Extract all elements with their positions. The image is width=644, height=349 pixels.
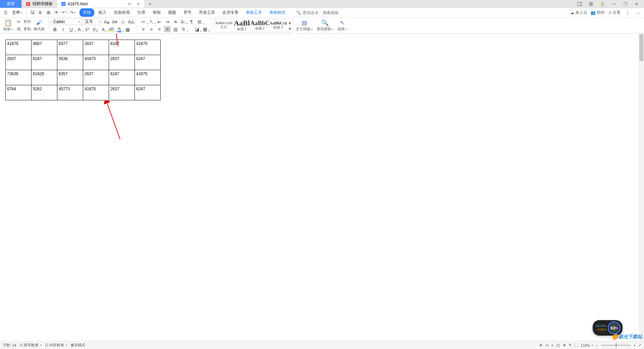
- fullscreen-icon[interactable]: ⤢: [638, 343, 641, 347]
- table-cell[interactable]: 2637: [83, 40, 109, 55]
- sort-button[interactable]: ✕̵: [172, 19, 179, 25]
- style-normal[interactable]: AaBbCcDd正文: [215, 19, 232, 32]
- align-right-button[interactable]: ≡: [156, 26, 163, 32]
- bold-button[interactable]: B: [52, 27, 58, 33]
- zoom-in-button[interactable]: +: [634, 343, 636, 347]
- font-color-button[interactable]: A: [116, 27, 123, 33]
- table-cell[interactable]: 45773: [57, 85, 83, 100]
- paste-button[interactable]: 📋粘贴: [2, 19, 14, 32]
- line-spacing-button[interactable]: ⇅: [180, 26, 187, 32]
- draft-view-icon[interactable]: ✎: [569, 343, 572, 347]
- copy-button[interactable]: ⧉: [15, 26, 22, 32]
- ribbon-tab-references[interactable]: 引用: [134, 8, 149, 17]
- tab-template[interactable]: 找稻壳模板: [22, 0, 57, 8]
- zoom-out-button[interactable]: −: [596, 343, 598, 347]
- scrollbar-thumb[interactable]: [639, 34, 643, 61]
- table-cell[interactable]: 6247: [109, 70, 135, 85]
- web-view-icon[interactable]: ⊕: [563, 343, 566, 347]
- new-tab-button[interactable]: +: [145, 0, 155, 8]
- table-cell[interactable]: 62426: [32, 70, 57, 85]
- ribbon-tab-table-style[interactable]: 表格样式: [266, 8, 289, 17]
- align-center-button[interactable]: ≡: [148, 26, 155, 32]
- table-cell[interactable]: 6247: [135, 85, 161, 100]
- zoom-level[interactable]: 110%: [581, 343, 593, 347]
- ribbon-tab-start[interactable]: 开始: [79, 8, 94, 17]
- minimize-button[interactable]: —: [610, 0, 618, 8]
- command-search-input[interactable]: [303, 10, 356, 15]
- reading-view-icon[interactable]: ▯▯: [556, 343, 560, 347]
- borders-button[interactable]: ▦: [202, 26, 208, 32]
- table-cell[interactable]: 73636: [6, 70, 32, 85]
- table-cell[interactable]: 5536: [57, 55, 83, 70]
- ribbon-tab-view[interactable]: 视图: [165, 8, 179, 17]
- close-button[interactable]: ✕: [633, 0, 641, 8]
- decrease-font-icon[interactable]: A▾: [111, 19, 118, 25]
- style-gallery-more[interactable]: ▴▾⋯: [287, 19, 292, 32]
- table-cell[interactable]: 2637: [6, 55, 32, 70]
- text-layout-button[interactable]: ▤文字排版: [294, 19, 314, 32]
- font-size-select[interactable]: 五号▾: [83, 18, 102, 25]
- table-row[interactable]: 41875 4667 6377 2637 6247 41875: [6, 40, 161, 55]
- hamburger-icon[interactable]: ☰: [2, 9, 9, 16]
- data-table[interactable]: 41875 4667 6377 2637 6247 41875 2637 624…: [5, 40, 161, 100]
- increase-indent-button[interactable]: ⇥: [164, 19, 171, 25]
- highlight-button[interactable]: ab: [108, 27, 115, 33]
- style-heading2[interactable]: AaBbC标题 2: [251, 19, 269, 32]
- shading-button[interactable]: ◪: [194, 26, 200, 32]
- maximize-button[interactable]: ❐: [621, 0, 629, 8]
- select-button[interactable]: ↖选择: [336, 19, 348, 32]
- reader-mode-icon[interactable]: [576, 0, 584, 8]
- cut-button[interactable]: ✂: [15, 19, 22, 25]
- numbering-button[interactable]: ⒈: [148, 19, 155, 25]
- table-cell[interactable]: 2637: [109, 85, 135, 100]
- save-icon[interactable]: 🖫: [29, 9, 36, 16]
- word-count[interactable]: 字数: 24: [3, 343, 16, 348]
- outline-view-icon[interactable]: ≡: [551, 343, 553, 347]
- strikethrough-button[interactable]: A̶: [76, 27, 83, 33]
- align-justify-button[interactable]: ≡: [164, 26, 171, 32]
- distribute-button[interactable]: ▥: [172, 26, 179, 32]
- command-search[interactable]: 🔍: [296, 10, 356, 15]
- tab-document[interactable]: W 41875.html ⟳ ✕: [57, 0, 145, 8]
- table-cell[interactable]: 2637: [83, 70, 109, 85]
- superscript-button[interactable]: X²: [84, 27, 91, 33]
- table-cell[interactable]: 6784: [6, 85, 32, 100]
- share-button[interactable]: ↗分享: [608, 10, 621, 15]
- coop-button[interactable]: 👥协作: [591, 10, 605, 15]
- content-check[interactable]: ☑ 内容检查: [45, 343, 67, 348]
- eye-mode-icon[interactable]: 👁: [539, 343, 543, 347]
- print-icon[interactable]: 🖶: [45, 9, 52, 16]
- cloud-status[interactable]: ☁未上云: [570, 10, 587, 15]
- table-row[interactable]: 2637 6247 5536 41875 2637 6247: [6, 55, 161, 70]
- indent-marker-button[interactable]: ⊞: [196, 19, 203, 25]
- ribbon-tab-review[interactable]: 审阅: [149, 8, 164, 17]
- clear-format-icon[interactable]: ◇: [119, 19, 126, 25]
- ribbon-tab-member[interactable]: 会员专享: [219, 8, 242, 17]
- tab-close-icon[interactable]: ✕: [136, 2, 141, 6]
- sort-az-button[interactable]: A↓: [180, 19, 187, 25]
- table-cell[interactable]: 2637: [109, 55, 135, 70]
- table-cell[interactable]: 41875: [135, 40, 161, 55]
- table-cell[interactable]: 6247: [109, 40, 135, 55]
- file-menu[interactable]: 文件: [10, 10, 24, 15]
- table-cell[interactable]: 41875: [6, 40, 32, 55]
- italic-button[interactable]: I: [60, 27, 66, 33]
- style-heading1[interactable]: AaBl标题 1: [233, 19, 251, 32]
- app-grid-icon[interactable]: [587, 0, 595, 8]
- redo-icon[interactable]: ↷: [69, 9, 76, 16]
- page-view-icon[interactable]: ▭: [545, 343, 549, 347]
- text-effects-button[interactable]: A: [100, 27, 107, 33]
- table-cell[interactable]: 6377: [57, 40, 83, 55]
- ribbon-tab-layout[interactable]: 页面布局: [110, 8, 133, 17]
- table-cell[interactable]: 6357: [57, 70, 83, 85]
- zoom-slider[interactable]: [601, 345, 631, 346]
- align-left-button[interactable]: ≡: [140, 26, 147, 32]
- underline-button[interactable]: U: [68, 27, 74, 33]
- table-cell[interactable]: 41875: [83, 55, 109, 70]
- undo-icon[interactable]: ↶: [61, 9, 68, 16]
- table-row[interactable]: 6784 5262 45773 41875 2637 6247: [6, 85, 161, 100]
- table-cell[interactable]: 6247: [135, 55, 161, 70]
- more-icon[interactable]: ⋮: [624, 9, 631, 16]
- table-cell[interactable]: 4667: [32, 40, 57, 55]
- ribbon-tab-devtools[interactable]: 开发工具: [196, 8, 218, 17]
